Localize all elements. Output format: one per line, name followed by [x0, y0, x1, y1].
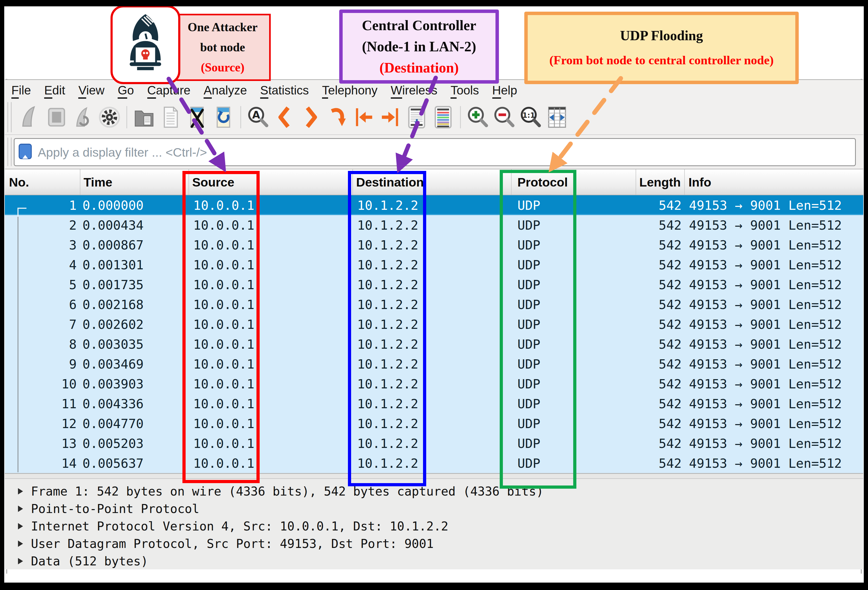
column-header-info[interactable]: Info [685, 169, 863, 195]
packet-row[interactable]: 100.00390310.0.0.110.1.2.2UDP54249153 → … [5, 374, 863, 394]
packet-row[interactable]: 90.00346910.0.0.110.1.2.2UDP54249153 → 9… [5, 354, 863, 374]
cell-protocol: UDP [512, 195, 636, 215]
menu-item-wireless[interactable]: Wireless [384, 83, 444, 98]
zoom-original-icon[interactable]: 1:1 [517, 104, 544, 130]
cell-destination: 10.1.2.2 [353, 394, 512, 414]
detail-line[interactable]: Frame 1: 542 bytes on wire (4336 bits), … [5, 483, 863, 500]
start-capture-icon[interactable] [17, 104, 43, 130]
cell-source: 10.0.0.1 [189, 414, 353, 433]
packet-row[interactable]: 10.00000010.0.0.110.1.2.2UDP54249153 → 9… [5, 195, 863, 215]
pane-splitter[interactable] [5, 473, 863, 479]
detail-line[interactable]: Data (512 bytes) [5, 552, 863, 570]
zoom-in-icon[interactable] [465, 104, 491, 130]
previous-packet-icon[interactable] [271, 104, 298, 130]
packet-details-pane[interactable]: Frame 1: 542 bytes on wire (4336 bits), … [5, 479, 863, 569]
restart-capture-icon[interactable] [70, 104, 96, 130]
menu-item-file[interactable]: File [5, 83, 38, 98]
cell-source: 10.0.0.1 [189, 235, 353, 255]
cell-source: 10.0.0.1 [189, 255, 353, 275]
cell-source: 10.0.0.1 [189, 314, 353, 334]
first-packet-icon[interactable] [351, 104, 377, 130]
capture-options-icon[interactable] [96, 104, 123, 130]
next-packet-icon[interactable] [298, 104, 324, 130]
reload-file-icon[interactable] [210, 104, 237, 130]
expander-triangle-icon[interactable] [18, 488, 23, 494]
menu-item-help[interactable]: Help [486, 83, 524, 98]
packet-row[interactable]: 30.00086710.0.0.110.1.2.2UDP54249153 → 9… [5, 235, 863, 255]
cell-destination: 10.1.2.2 [353, 433, 512, 453]
menu-item-go[interactable]: Go [111, 83, 140, 98]
packet-row[interactable]: 130.00520310.0.0.110.1.2.2UDP54249153 → … [5, 433, 863, 453]
cell-protocol: UDP [512, 255, 636, 275]
packet-row[interactable]: 50.00173510.0.0.110.1.2.2UDP54249153 → 9… [5, 275, 863, 294]
cell-no: 5 [5, 275, 80, 294]
bookmark-icon[interactable] [18, 143, 34, 162]
cell-info: 49153 → 9001 Len=512 [685, 414, 863, 433]
detail-line[interactable]: Point-to-Point Protocol [5, 500, 863, 518]
expander-triangle-icon[interactable] [18, 506, 23, 512]
expander-triangle-icon[interactable] [18, 523, 23, 529]
column-header-time[interactable]: Time [80, 169, 189, 195]
detail-text: Frame 1: 542 bytes on wire (4336 bits), … [31, 484, 543, 498]
packet-row[interactable]: 70.00260210.0.0.110.1.2.2UDP54249153 → 9… [5, 314, 863, 334]
packet-list[interactable]: 10.00000010.0.0.110.1.2.2UDP54249153 → 9… [5, 195, 863, 473]
cell-destination: 10.1.2.2 [353, 354, 512, 374]
frame-border [0, 583, 868, 590]
packet-row[interactable]: 80.00303510.0.0.110.1.2.2UDP54249153 → 9… [5, 334, 863, 354]
detail-line[interactable]: Internet Protocol Version 4, Src: 10.0.0… [5, 518, 863, 535]
toolbar-separator [240, 106, 241, 128]
main-toolbar: A 1:1 [5, 100, 863, 135]
menu-item-view[interactable]: View [72, 83, 111, 98]
display-filter-input[interactable]: Apply a display filter ... <Ctrl-/> [14, 138, 856, 166]
detail-text: User Datagram Protocol, Src Port: 49153,… [31, 537, 434, 551]
cell-source: 10.0.0.1 [189, 394, 353, 414]
packet-row[interactable]: 60.00216810.0.0.110.1.2.2UDP54249153 → 9… [5, 294, 863, 314]
menu-item-tools[interactable]: Tools [444, 83, 486, 98]
packet-row[interactable]: 140.00563710.0.0.110.1.2.2UDP54249153 → … [5, 453, 863, 473]
colorize-icon[interactable] [430, 104, 456, 130]
stop-capture-icon[interactable] [43, 104, 70, 130]
resize-columns-icon[interactable] [544, 104, 570, 130]
detail-line[interactable]: User Datagram Protocol, Src Port: 49153,… [5, 535, 863, 552]
packet-row[interactable]: 110.00433610.0.0.110.1.2.2UDP54249153 → … [5, 394, 863, 414]
packet-list-header[interactable]: No.TimeSourceDestinationProtocolLengthIn… [5, 169, 863, 195]
cell-length: 542 [636, 215, 685, 235]
cell-protocol: UDP [512, 314, 636, 334]
auto-scroll-icon[interactable] [403, 104, 430, 130]
expander-triangle-icon[interactable] [18, 558, 23, 564]
zoom-out-icon[interactable] [491, 104, 517, 130]
cell-source: 10.0.0.1 [189, 374, 353, 394]
save-file-icon[interactable] [157, 104, 184, 130]
column-header-length[interactable]: Length [636, 169, 685, 195]
menu-item-statistics[interactable]: Statistics [254, 83, 316, 98]
go-to-packet-icon[interactable] [324, 104, 351, 130]
close-file-icon[interactable] [184, 104, 210, 130]
menu-item-telephony[interactable]: Telephony [316, 83, 384, 98]
packet-row[interactable]: 120.00477010.0.0.110.1.2.2UDP54249153 → … [5, 414, 863, 433]
packet-row[interactable]: 20.00043410.0.0.110.1.2.2UDP54249153 → 9… [5, 215, 863, 235]
packet-row[interactable]: 40.00130110.0.0.110.1.2.2UDP54249153 → 9… [5, 255, 863, 275]
cell-source: 10.0.0.1 [189, 453, 353, 473]
cell-no: 4 [5, 255, 80, 275]
cell-no: 14 [5, 453, 80, 473]
cell-info: 49153 → 9001 Len=512 [685, 354, 863, 374]
cell-time: 0.004336 [80, 394, 189, 414]
column-header-destination[interactable]: Destination [353, 169, 512, 195]
column-header-protocol[interactable]: Protocol [512, 169, 636, 195]
cell-source: 10.0.0.1 [189, 334, 353, 354]
menu-item-capture[interactable]: Capture [141, 83, 197, 98]
last-packet-icon[interactable] [377, 104, 403, 130]
menu-item-edit[interactable]: Edit [38, 83, 72, 98]
open-file-icon[interactable] [131, 104, 157, 130]
svg-text:A: A [252, 109, 260, 121]
cell-source: 10.0.0.1 [189, 215, 353, 235]
column-header-source[interactable]: Source [189, 169, 353, 195]
cell-length: 542 [636, 255, 685, 275]
menu-item-analyze[interactable]: Analyze [197, 83, 254, 98]
cell-info: 49153 → 9001 Len=512 [685, 195, 863, 215]
find-packet-icon[interactable]: A [245, 104, 271, 130]
expander-triangle-icon[interactable] [18, 541, 23, 547]
cell-info: 49153 → 9001 Len=512 [685, 334, 863, 354]
cell-length: 542 [636, 314, 685, 334]
column-header-no[interactable]: No. [5, 169, 80, 195]
